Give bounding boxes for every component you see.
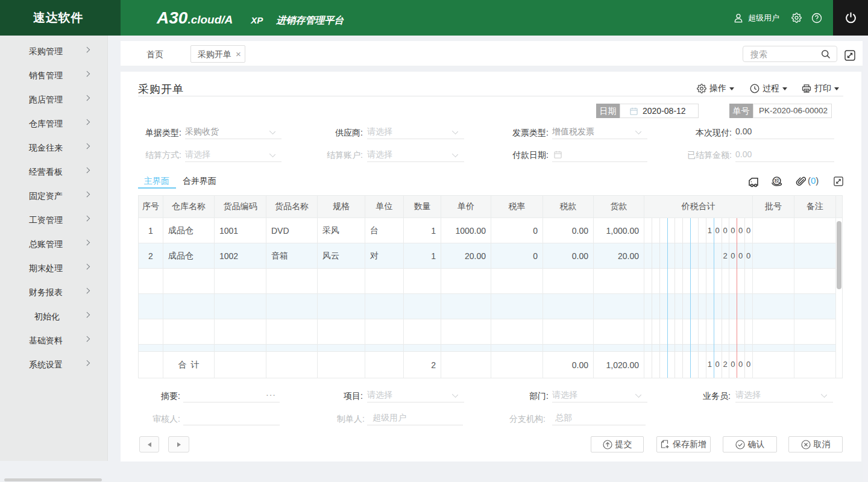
svg-text:税: 税 xyxy=(774,178,779,184)
